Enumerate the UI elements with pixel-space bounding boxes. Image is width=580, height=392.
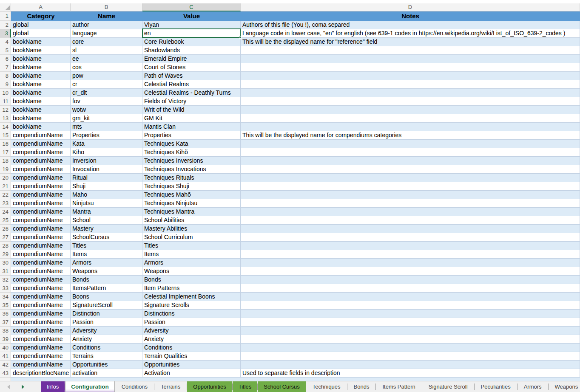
cell-b27[interactable]: SchoolCursus [71, 233, 142, 242]
row-header-19[interactable]: 19 [0, 165, 11, 174]
cell-d27[interactable] [241, 233, 580, 242]
sheet-tab-items-pattern[interactable]: Items Pattern [376, 381, 421, 392]
sheet-tab-weapons[interactable]: Weapons [549, 381, 580, 392]
cell-c15[interactable]: Properties [142, 131, 241, 140]
cell-d11[interactable] [241, 97, 580, 106]
cell-a30[interactable]: compendiumName [11, 259, 71, 267]
partial-row-44-cells[interactable] [11, 378, 580, 381]
cell-c41[interactable]: Terrain Qualities [142, 352, 241, 361]
sheet-tab-infos[interactable]: Infos [41, 381, 65, 392]
cell-c37[interactable]: Passion [142, 318, 241, 327]
cell-a26[interactable]: compendiumName [11, 225, 71, 233]
cell-d6[interactable] [241, 55, 580, 63]
cell-b14[interactable]: mts [71, 123, 142, 131]
cell-c22[interactable]: Techniques Mahõ [142, 191, 241, 199]
cell-c26[interactable]: Mastery Abilities [142, 225, 241, 233]
row-header-7[interactable]: 7 [0, 63, 11, 72]
cell-d9[interactable] [241, 80, 580, 89]
cell-c43[interactable]: Activation [142, 369, 241, 378]
cell-d32[interactable] [241, 276, 580, 284]
tab-scroll-left-button[interactable] [6, 381, 11, 392]
cell-a31[interactable]: compendiumName [11, 267, 71, 276]
row-header-37[interactable]: 37 [0, 318, 11, 327]
cell-b40[interactable]: Conditions [71, 344, 142, 352]
cell-b37[interactable]: Passion [71, 318, 142, 327]
cell-b18[interactable]: Inversion [71, 157, 142, 165]
cell-a37[interactable]: compendiumName [11, 318, 71, 327]
cell-b20[interactable]: Ritual [71, 174, 142, 182]
column-header-d[interactable]: D [241, 3, 580, 11]
cell-b3[interactable]: language [71, 29, 142, 38]
cell-b36[interactable]: Distinction [71, 310, 142, 318]
header-cell-notes[interactable]: Notes [241, 11, 580, 21]
cell-b16[interactable]: Kata [71, 140, 142, 148]
cell-c35[interactable]: Signature Scrolls [142, 301, 241, 310]
row-header-6[interactable]: 6 [0, 55, 11, 63]
cell-a29[interactable]: compendiumName [11, 250, 71, 259]
cell-d22[interactable] [241, 191, 580, 199]
cell-a23[interactable]: compendiumName [11, 199, 71, 208]
row-header-29[interactable]: 29 [0, 250, 11, 259]
cell-d16[interactable] [241, 140, 580, 148]
cell-d23[interactable] [241, 199, 580, 208]
cell-c25[interactable]: School Abilities [142, 216, 241, 225]
row-header-3[interactable]: 3 [0, 29, 11, 38]
cell-a28[interactable]: compendiumName [11, 242, 71, 250]
column-header-a[interactable]: A [11, 3, 71, 11]
cell-b42[interactable]: Opportunities [71, 361, 142, 369]
cell-b22[interactable]: Maho [71, 191, 142, 199]
row-header-27[interactable]: 27 [0, 233, 11, 242]
row-header-15[interactable]: 15 [0, 131, 11, 140]
row-header-8[interactable]: 8 [0, 72, 11, 80]
cell-a14[interactable]: bookName [11, 123, 71, 131]
cell-d2[interactable]: Authors of this file (You !), coma separ… [241, 21, 580, 29]
partial-row-44[interactable] [0, 378, 580, 381]
cell-b29[interactable]: Items [71, 250, 142, 259]
row-header-36[interactable]: 36 [0, 310, 11, 318]
cell-c36[interactable]: Distinctions [142, 310, 241, 318]
header-cell-name[interactable]: Name [71, 11, 142, 21]
cell-a21[interactable]: compendiumName [11, 182, 71, 191]
cell-a33[interactable]: compendiumName [11, 284, 71, 293]
cell-c7[interactable]: Court of Stones [142, 63, 241, 72]
cell-d24[interactable] [241, 208, 580, 216]
row-header-44-sliver[interactable] [0, 378, 11, 381]
cell-a32[interactable]: compendiumName [11, 276, 71, 284]
row-header-28[interactable]: 28 [0, 242, 11, 250]
cell-c28[interactable]: Titles [142, 242, 241, 250]
cell-b17[interactable]: Kiho [71, 148, 142, 157]
cell-d39[interactable] [241, 335, 580, 344]
row-header-32[interactable]: 32 [0, 276, 11, 284]
cell-c13[interactable]: GM Kit [142, 114, 241, 123]
select-all-corner[interactable] [0, 3, 11, 11]
cell-d13[interactable] [241, 114, 580, 123]
cell-c21[interactable]: Techniques Shuji [142, 182, 241, 191]
cell-c3[interactable]: en [142, 29, 241, 38]
row-header-42[interactable]: 42 [0, 361, 11, 369]
cell-b26[interactable]: Mastery [71, 225, 142, 233]
cell-d20[interactable] [241, 174, 580, 182]
cell-c5[interactable]: Shadowlands [142, 46, 241, 55]
row-header-1[interactable]: 1 [0, 11, 11, 21]
cell-c14[interactable]: Mantis Clan [142, 123, 241, 131]
cell-b43[interactable]: activation [71, 369, 142, 378]
row-header-14[interactable]: 14 [0, 123, 11, 131]
cell-a41[interactable]: compendiumName [11, 352, 71, 361]
cell-c24[interactable]: Techniques Mantra [142, 208, 241, 216]
cell-d31[interactable] [241, 267, 580, 276]
cell-b34[interactable]: Boons [71, 293, 142, 301]
row-header-17[interactable]: 17 [0, 148, 11, 157]
cell-a9[interactable]: bookName [11, 80, 71, 89]
cell-c2[interactable]: Vlyan [142, 21, 241, 29]
cell-b13[interactable]: gm_kit [71, 114, 142, 123]
cell-c42[interactable]: Opportunities [142, 361, 241, 369]
cell-b2[interactable]: author [71, 21, 142, 29]
cell-b9[interactable]: cr [71, 80, 142, 89]
cell-b5[interactable]: sl [71, 46, 142, 55]
row-header-43[interactable]: 43 [0, 369, 11, 378]
cell-a27[interactable]: compendiumName [11, 233, 71, 242]
cell-a8[interactable]: bookName [11, 72, 71, 80]
cell-b35[interactable]: SignatureScroll [71, 301, 142, 310]
cell-d33[interactable] [241, 284, 580, 293]
cell-d18[interactable] [241, 157, 580, 165]
